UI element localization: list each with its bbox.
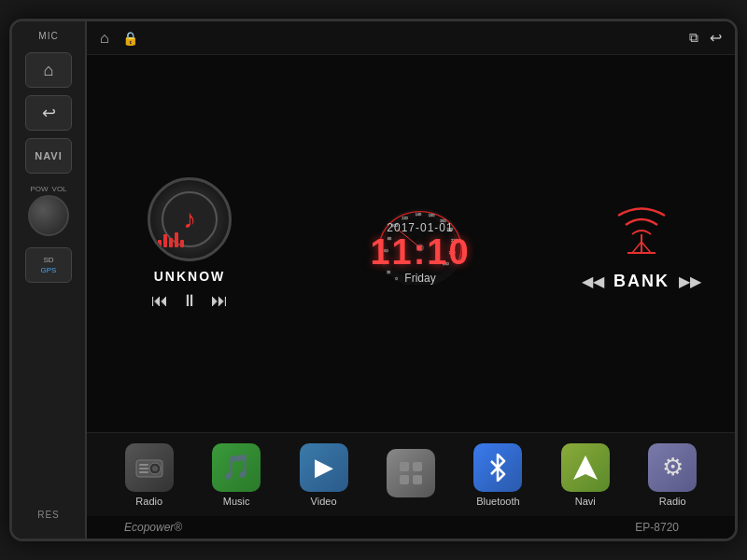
day-display: Friday (404, 272, 435, 285)
player-controls: ⏮ ⏸ ⏭ (151, 291, 228, 311)
next-track-button[interactable]: ⏭ (211, 291, 228, 311)
svg-line-21 (641, 242, 651, 253)
res-label-container: RES (37, 505, 60, 522)
return-icon[interactable]: ↩ (710, 29, 722, 47)
settings-app-icon: ⚙ (648, 443, 697, 492)
music-note-icon: ♪ (183, 204, 196, 234)
music-app-label: Music (223, 496, 250, 507)
car-stereo-unit: MIC ⌂ ↩ NAVI POW VOL SD GPS RES (9, 19, 738, 541)
play-pause-button[interactable]: ⏸ (181, 291, 198, 311)
svg-text:140: 140 (416, 212, 422, 217)
svg-rect-31 (413, 475, 422, 484)
bluetooth-svg-icon (484, 454, 512, 482)
navi-app-label: Navi (575, 496, 596, 507)
radio-controls: ◀◀ BANK ▶▶ (582, 272, 701, 291)
music-section: ♪ UNKNOW ⏮ ⏸ ⏭ (106, 177, 274, 311)
sd-gps-button[interactable]: SD GPS (25, 247, 72, 283)
time-display: 11:10 (370, 234, 470, 270)
navi-app-icon (561, 443, 610, 492)
audio-visualizer (158, 229, 184, 247)
top-bar-right: ⧉ ↩ (689, 29, 722, 47)
home-icon: ⌂ (44, 61, 54, 80)
radio-section: ◀◀ BANK ▶▶ (567, 197, 716, 291)
app-radio[interactable]: Radio (125, 443, 174, 507)
svg-rect-29 (413, 462, 422, 471)
music-app-icon: 🎵 (212, 443, 261, 492)
brand-label: Ecopower® (124, 521, 182, 534)
lock-icon[interactable]: 🔒 (122, 31, 138, 46)
model-label: EP-8720 (635, 521, 679, 534)
svg-rect-28 (400, 462, 409, 471)
screen-area: ⌂ 🔒 ⧉ ↩ (87, 21, 735, 539)
radio-prev-button[interactable]: ◀◀ (582, 273, 604, 290)
antenna-icon (609, 197, 674, 262)
app-navi[interactable]: Navi (561, 443, 610, 507)
settings-app-label: Radio (659, 496, 686, 507)
music-app-glyph: 🎵 (221, 453, 251, 482)
res-label: RES (37, 510, 60, 520)
left-panel: MIC ⌂ ↩ NAVI POW VOL SD GPS RES (12, 21, 87, 539)
svg-text:160: 160 (429, 213, 435, 217)
app-settings[interactable]: ⚙ Radio (648, 443, 697, 507)
pow-label: POW (30, 185, 48, 193)
app-bar: Radio 🎵 Music ▶ Video (87, 432, 735, 516)
radio-next-button[interactable]: ▶▶ (679, 273, 701, 290)
radio-app-icon (125, 443, 174, 492)
svg-marker-32 (573, 455, 598, 480)
volume-knob[interactable] (28, 195, 69, 236)
app-grid[interactable] (387, 449, 435, 501)
radio-app-label: Radio (135, 496, 162, 507)
vol-label: VOL (52, 185, 67, 193)
knob-area: POW VOL (28, 185, 69, 236)
app-video[interactable]: ▶ Video (300, 443, 348, 507)
window-icon[interactable]: ⧉ (689, 30, 698, 46)
bluetooth-app-icon (473, 443, 522, 492)
clock-overlay: 2017-01-01 11:10 Friday (370, 221, 470, 285)
track-name: UNKNOW (154, 269, 226, 284)
sd-label: SD (43, 255, 53, 265)
svg-line-20 (632, 242, 641, 253)
app-music[interactable]: 🎵 Music (212, 443, 261, 507)
bottom-bar: Ecopower® EP-8720 (87, 516, 735, 539)
svg-point-24 (152, 466, 158, 471)
radio-svg-icon (134, 453, 164, 483)
clock-section: 80 100 120 140 160 180 200 220 240 260 6… (283, 203, 557, 285)
back-icon: ↩ (42, 103, 56, 123)
svg-rect-30 (400, 475, 409, 484)
gps-label: GPS (41, 265, 57, 275)
svg-rect-25 (139, 464, 148, 466)
navi-svg-icon (571, 454, 599, 482)
top-bar: ⌂ 🔒 ⧉ ↩ (87, 21, 735, 55)
svg-rect-26 (139, 468, 148, 469)
main-content: ♪ UNKNOW ⏮ ⏸ ⏭ (87, 55, 735, 432)
video-app-label: Video (311, 496, 337, 507)
radio-station-label: BANK (613, 272, 669, 291)
svg-text:120: 120 (402, 216, 408, 220)
music-disc: ♪ (148, 177, 232, 261)
apps-app-icon (387, 449, 435, 497)
home-button[interactable]: ⌂ (25, 52, 72, 88)
video-app-icon: ▶ (300, 443, 348, 492)
navi-button[interactable]: NAVI (25, 138, 72, 174)
prev-track-button[interactable]: ⏮ (151, 291, 168, 311)
app-bluetooth[interactable]: Bluetooth (473, 443, 522, 507)
top-bar-left: ⌂ 🔒 (100, 30, 138, 47)
back-button[interactable]: ↩ (25, 95, 72, 131)
svg-rect-27 (139, 471, 148, 473)
video-app-glyph: ▶ (315, 453, 333, 482)
bluetooth-app-label: Bluetooth (476, 496, 519, 507)
settings-app-glyph: ⚙ (662, 453, 684, 482)
home-screen-icon[interactable]: ⌂ (100, 30, 109, 47)
mic-label: MIC (38, 31, 58, 41)
apps-grid-svg (397, 459, 425, 487)
